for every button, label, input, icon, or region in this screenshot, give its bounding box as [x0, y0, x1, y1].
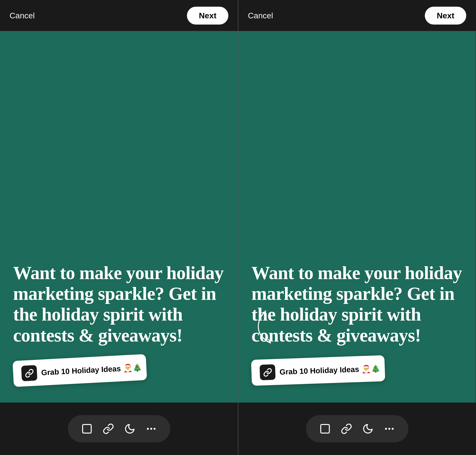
- left-toolbar-pill: [68, 415, 170, 442]
- left-bottom-toolbar: [0, 403, 238, 455]
- moon-icon-right: [362, 423, 374, 434]
- svg-point-2: [150, 428, 152, 430]
- right-bottom-toolbar: [238, 403, 476, 455]
- left-cancel-button[interactable]: Cancel: [9, 11, 35, 20]
- right-toolbar-pill: [306, 415, 408, 442]
- left-sticker-text: Grab 10 Holiday Ideas 🎅🎄: [41, 363, 142, 377]
- arrow-annotation: [252, 306, 299, 354]
- svg-rect-0: [83, 424, 91, 433]
- moon-icon: [124, 423, 135, 434]
- svg-rect-4: [321, 424, 329, 433]
- right-header: Cancel Next: [238, 0, 476, 31]
- link-icon: [24, 368, 34, 378]
- right-moon-tool[interactable]: [360, 421, 376, 437]
- right-sticker-icon-box: [260, 364, 276, 380]
- left-header: Cancel Next: [0, 0, 238, 31]
- link-tool-icon: [103, 423, 114, 434]
- left-square-tool[interactable]: [79, 421, 95, 437]
- svg-point-1: [147, 428, 149, 430]
- left-story-text: Want to make your holiday marketing spar…: [13, 262, 225, 346]
- more-icon: [145, 423, 157, 434]
- more-icon-right: [384, 423, 395, 434]
- left-link-sticker[interactable]: Grab 10 Holiday Ideas 🎅🎄: [13, 354, 147, 387]
- right-next-button[interactable]: Next: [425, 7, 466, 24]
- right-square-tool[interactable]: [317, 421, 333, 437]
- left-story-canvas: Want to make your holiday marketing spar…: [0, 31, 238, 403]
- left-more-tool[interactable]: [143, 421, 159, 437]
- right-more-tool[interactable]: [381, 421, 398, 437]
- svg-point-7: [392, 428, 394, 430]
- square-icon-right: [319, 423, 331, 434]
- right-panel: Cancel Next Want to make your holiday ma…: [238, 0, 476, 455]
- right-link-sticker[interactable]: Grab 10 Holiday Ideas 🎅🎄: [251, 355, 385, 386]
- square-icon: [81, 423, 93, 434]
- left-sticker-icon-box: [21, 365, 37, 381]
- link-icon-right: [263, 367, 272, 377]
- right-cancel-button[interactable]: Cancel: [248, 11, 273, 20]
- svg-point-3: [154, 428, 156, 430]
- left-moon-tool[interactable]: [121, 421, 138, 437]
- right-link-tool[interactable]: [338, 421, 355, 437]
- svg-point-6: [388, 428, 390, 430]
- svg-point-5: [385, 428, 387, 430]
- right-story-canvas: Want to make your holiday marketing spar…: [238, 31, 476, 403]
- left-panel: Cancel Next Want to make your holiday ma…: [0, 0, 238, 455]
- left-next-button[interactable]: Next: [187, 7, 228, 24]
- link-tool-icon-right: [341, 423, 352, 434]
- left-link-tool[interactable]: [100, 421, 117, 437]
- right-sticker-text: Grab 10 Holiday Ideas 🎅🎄: [279, 364, 380, 376]
